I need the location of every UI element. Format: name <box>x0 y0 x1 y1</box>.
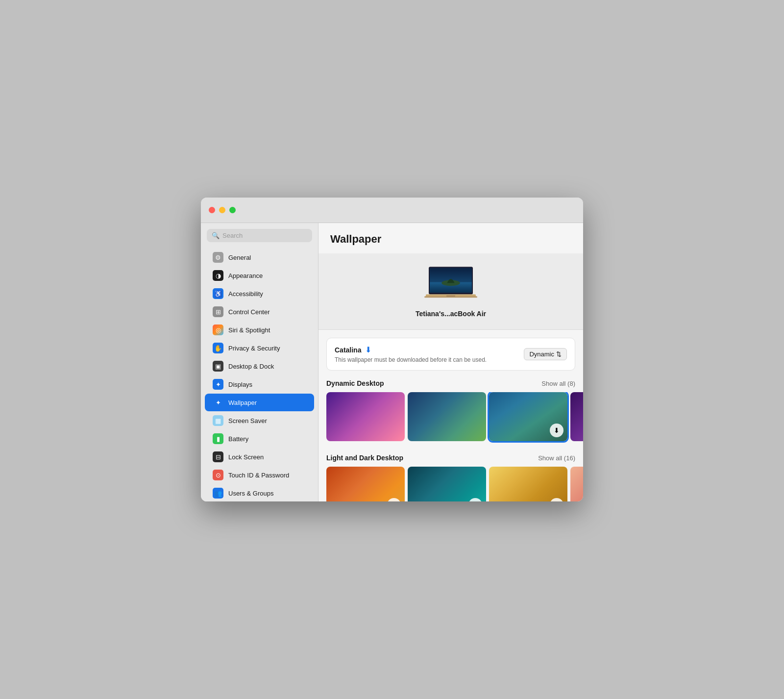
dynamic-desktop-header: Dynamic Desktop Show all (8) <box>318 371 583 392</box>
appearance-icon: ◑ <box>213 270 223 281</box>
titlebar <box>201 198 583 223</box>
nav-item-desktop[interactable]: ▣ Desktop & Dock <box>205 357 314 375</box>
general-icon: ⚙ <box>213 252 223 263</box>
minimize-button[interactable] <box>219 207 225 213</box>
appearance-label: Appearance <box>228 272 263 279</box>
device-illustration <box>421 263 480 305</box>
dynamic-desktop-title: Dynamic Desktop <box>326 379 384 387</box>
siri-icon: ◎ <box>213 325 223 335</box>
search-container: 🔍 Search <box>201 229 318 248</box>
nav-item-screensaver[interactable]: ▦ Screen Saver <box>205 412 314 429</box>
light-dark-grid: ◑ ◑ ◑ ◑ <box>318 467 583 501</box>
wallpaper-item-8[interactable]: ◑ <box>570 467 583 501</box>
wallpaper-item-1[interactable] <box>326 392 405 441</box>
control-center-label: Control Center <box>228 308 270 316</box>
device-name: Tetiana's...acBook Air <box>416 310 486 318</box>
screensaver-label: Screen Saver <box>228 417 267 424</box>
download-overlay-3: ⬇ <box>550 424 564 437</box>
search-icon: 🔍 <box>212 232 220 239</box>
half-circle-5: ◑ <box>387 498 401 501</box>
displays-label: Displays <box>228 381 252 388</box>
wallpaper-item-2[interactable] <box>408 392 486 441</box>
desktop-label: Desktop & Dock <box>228 363 274 370</box>
control-center-icon: ⊞ <box>213 306 223 317</box>
nav-item-appearance[interactable]: ◑ Appearance <box>205 267 314 284</box>
half-circle-7: ◑ <box>550 498 564 501</box>
wallpaper-label: Wallpaper <box>228 399 257 406</box>
lockscreen-label: Lock Screen <box>228 453 264 461</box>
wallpaper-name-row: Catalina ⬇ <box>335 345 487 354</box>
device-section: Tetiana's...acBook Air <box>318 253 583 330</box>
users-label: Users & Groups <box>228 490 273 497</box>
dynamic-desktop-grid: ⬇ ⬇ <box>318 392 583 445</box>
content-area: 🔍 Search ⚙ General ◑ Appearance ♿ Access… <box>201 223 583 501</box>
light-dark-title: Light and Dark Desktop <box>326 454 403 462</box>
light-dark-show-all[interactable]: Show all (16) <box>538 454 575 462</box>
current-wallpaper-name: Catalina <box>335 346 361 354</box>
half-circle-6: ◑ <box>468 498 482 501</box>
privacy-label: Privacy & Security <box>228 345 280 352</box>
nav-item-battery[interactable]: ▮ Battery <box>205 430 314 448</box>
touchid-label: Touch ID & Password <box>228 472 289 479</box>
accessibility-icon: ♿ <box>213 288 223 299</box>
wallpaper-item-6[interactable]: ◑ <box>408 467 486 501</box>
general-label: General <box>228 254 251 261</box>
main-panel: Wallpaper <box>318 223 583 501</box>
wallpaper-icon: ✦ <box>213 397 223 408</box>
nav-item-privacy[interactable]: ✋ Privacy & Security <box>205 339 314 357</box>
nav-item-siri[interactable]: ◎ Siri & Spotlight <box>205 321 314 339</box>
siri-label: Siri & Spotlight <box>228 326 270 334</box>
wallpaper-item-5[interactable]: ◑ <box>326 467 405 501</box>
users-icon: 👥 <box>213 488 223 499</box>
page-title: Wallpaper <box>318 223 583 253</box>
maximize-button[interactable] <box>229 207 236 213</box>
sidebar: 🔍 Search ⚙ General ◑ Appearance ♿ Access… <box>201 223 318 501</box>
battery-label: Battery <box>228 435 248 443</box>
nav-item-displays[interactable]: ✦ Displays <box>205 375 314 393</box>
desktop-icon: ▣ <box>213 361 223 372</box>
mode-selector[interactable]: Dynamic ⇅ <box>524 348 567 360</box>
accessibility-label: Accessibility <box>228 290 263 298</box>
nav-item-wallpaper[interactable]: ✦ Wallpaper <box>205 394 314 411</box>
main-window: 🔍 Search ⚙ General ◑ Appearance ♿ Access… <box>201 198 583 501</box>
wallpaper-name-area: Catalina ⬇ This wallpaper must be downlo… <box>335 345 487 363</box>
search-box[interactable]: 🔍 Search <box>207 229 312 242</box>
svg-rect-7 <box>446 296 455 297</box>
wallpaper-description: This wallpaper must be downloaded before… <box>335 356 487 363</box>
nav-item-lockscreen[interactable]: ⊟ Lock Screen <box>205 448 314 466</box>
current-wallpaper-bar: Catalina ⬇ This wallpaper must be downlo… <box>326 338 575 371</box>
search-placeholder: Search <box>222 232 243 239</box>
light-dark-header: Light and Dark Desktop Show all (16) <box>318 445 583 467</box>
screensaver-icon: ▦ <box>213 415 223 426</box>
dynamic-desktop-show-all[interactable]: Show all (8) <box>541 380 575 387</box>
nav-item-touchid[interactable]: ⊙ Touch ID & Password <box>205 466 314 484</box>
wallpaper-item-7[interactable]: ◑ <box>489 467 567 501</box>
displays-icon: ✦ <box>213 379 223 390</box>
nav-item-users[interactable]: 👥 Users & Groups <box>205 484 314 501</box>
battery-icon: ▮ <box>213 433 223 444</box>
wallpaper-item-4[interactable]: ⬇ <box>570 392 583 441</box>
nav-item-control-center[interactable]: ⊞ Control Center <box>205 303 314 321</box>
traffic-lights <box>209 207 236 213</box>
privacy-icon: ✋ <box>213 343 223 353</box>
chevron-updown-icon: ⇅ <box>556 350 562 358</box>
lockscreen-icon: ⊟ <box>213 451 223 462</box>
nav-item-general[interactable]: ⚙ General <box>205 249 314 266</box>
nav-item-accessibility[interactable]: ♿ Accessibility <box>205 285 314 302</box>
close-button[interactable] <box>209 207 215 213</box>
wallpaper-item-3[interactable]: ⬇ <box>489 392 567 441</box>
mode-value: Dynamic <box>529 350 554 358</box>
download-icon[interactable]: ⬇ <box>365 345 371 354</box>
touchid-icon: ⊙ <box>213 470 223 480</box>
